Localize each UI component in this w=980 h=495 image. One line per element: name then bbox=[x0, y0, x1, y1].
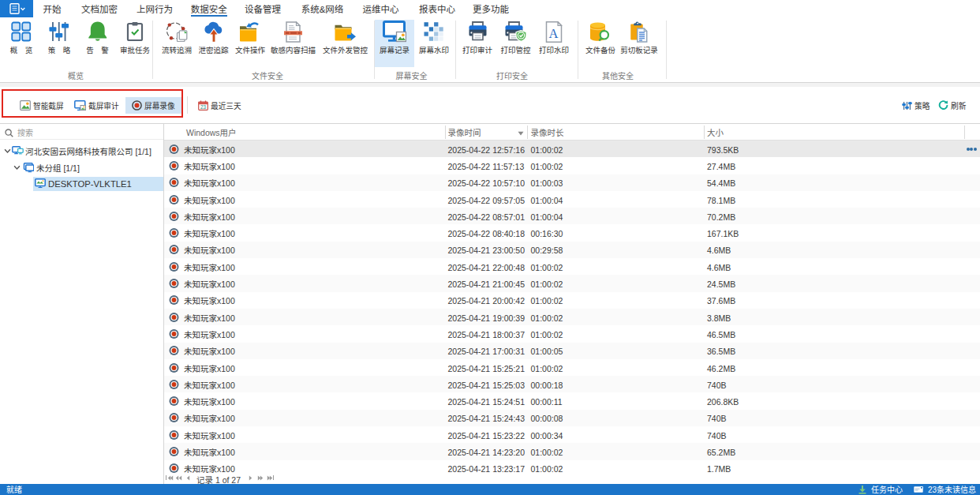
svg-text:A: A bbox=[549, 25, 559, 40]
svg-text:23: 23 bbox=[200, 104, 207, 110]
